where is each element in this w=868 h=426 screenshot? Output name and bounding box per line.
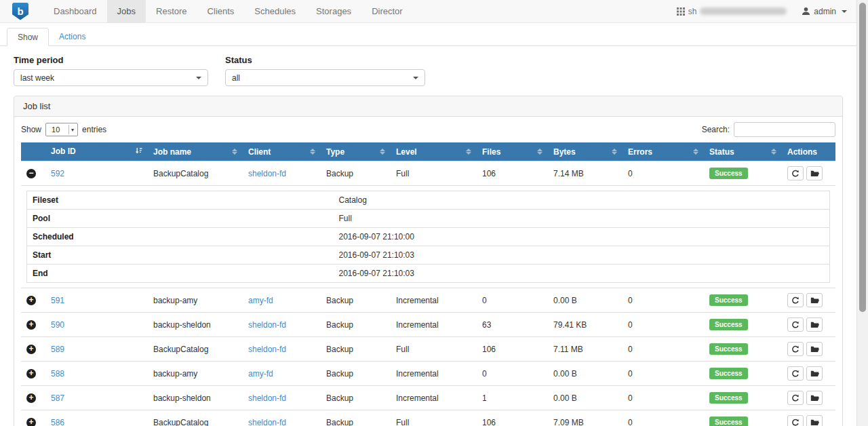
job-name-cell: backup-sheldon [148, 313, 243, 337]
user-menu[interactable]: admin [802, 7, 847, 16]
files-cell: 0 [477, 288, 548, 313]
client-link[interactable]: sheldon-fd [248, 345, 286, 354]
job-name-cell: backup-sheldon [148, 386, 243, 410]
column-status[interactable]: Status [704, 142, 782, 161]
expand-row-icon[interactable] [26, 393, 36, 403]
main-menu: Dashboard Jobs Restore Clients Schedules… [43, 0, 413, 22]
detail-label: End [27, 265, 334, 283]
top-navbar: b Dashboard Jobs Restore Clients Schedul… [0, 0, 856, 23]
table-row: 588 backup-amy amy-fd Backup Incremental… [21, 362, 835, 386]
column-errors[interactable]: Errors [623, 142, 704, 161]
table-row: 589 BackupCatalog sheldon-fd Backup Full… [21, 337, 835, 362]
column-label: Type [326, 147, 344, 157]
nav-item-restore[interactable]: Restore [146, 0, 197, 22]
column-job-name[interactable]: Job name [148, 142, 243, 161]
detail-value: Catalog [334, 191, 830, 210]
expand-row-icon[interactable] [26, 296, 36, 305]
job-id-link[interactable]: 586 [51, 418, 64, 426]
rerun-job-button[interactable] [787, 317, 804, 332]
column-actions: Actions [782, 142, 835, 161]
time-period-select[interactable]: last week [14, 69, 208, 86]
vertical-scrollbar[interactable] [856, 0, 868, 426]
nav-item-dashboard[interactable]: Dashboard [43, 0, 107, 22]
scrollbar-thumb[interactable] [859, 3, 866, 312]
folder-icon [810, 321, 819, 328]
status-select[interactable]: all [225, 69, 425, 86]
client-link[interactable]: amy-fd [248, 369, 273, 379]
expand-row-icon[interactable] [26, 320, 36, 330]
job-log-button[interactable] [806, 166, 823, 180]
client-link[interactable]: sheldon-fd [248, 169, 286, 178]
chevron-down-icon [842, 10, 847, 13]
filters-bar: Time period last week Status all [14, 55, 843, 86]
detail-value: Full [334, 210, 830, 228]
job-id-link[interactable]: 589 [51, 345, 64, 354]
detail-label: Fileset [27, 191, 334, 210]
client-link[interactable]: sheldon-fd [248, 320, 286, 330]
nav-item-director[interactable]: Director [361, 0, 413, 22]
nav-item-storages[interactable]: Storages [306, 0, 361, 22]
tab-actions[interactable]: Actions [49, 28, 96, 46]
detail-label: Start [27, 246, 334, 265]
folder-icon [810, 345, 819, 353]
rerun-icon [791, 394, 800, 402]
sort-icon [693, 149, 698, 155]
expand-row-icon[interactable] [26, 345, 36, 354]
column-type[interactable]: Type [321, 142, 391, 161]
type-cell: Backup [321, 410, 391, 426]
job-name-cell: backup-amy [148, 362, 243, 386]
job-log-button[interactable] [806, 293, 823, 307]
job-log-button[interactable] [806, 415, 823, 426]
chevron-down-icon [196, 77, 201, 79]
status-badge: Success [709, 294, 748, 306]
client-link[interactable]: sheldon-fd [248, 418, 286, 426]
job-table: Job ID Job name [21, 142, 835, 426]
entries-per-page-select[interactable]: 10 ▾ [45, 123, 78, 136]
rerun-job-button[interactable] [787, 366, 804, 381]
job-log-button[interactable] [806, 342, 823, 356]
brand-logo[interactable]: b [12, 0, 28, 22]
job-log-button[interactable] [806, 317, 823, 332]
job-id-link[interactable]: 587 [51, 393, 64, 403]
job-log-button[interactable] [806, 366, 823, 381]
column-client[interactable]: Client [243, 142, 321, 161]
column-level[interactable]: Level [391, 142, 477, 161]
rerun-job-button[interactable] [787, 391, 804, 405]
table-row: 591 backup-amy amy-fd Backup Incremental… [21, 288, 835, 313]
job-id-link[interactable]: 591 [51, 296, 64, 305]
detail-row: Scheduled 2016-09-07 21:10:00 [27, 228, 830, 246]
detail-row: Start 2016-09-07 21:10:03 [27, 246, 830, 265]
user-icon [802, 7, 810, 16]
rerun-job-button[interactable] [787, 415, 804, 426]
chevron-down-icon [413, 77, 418, 79]
column-label: Job ID [51, 147, 76, 156]
job-name-cell: BackupCatalog [148, 337, 243, 362]
expand-row-icon[interactable] [26, 418, 36, 426]
level-cell: Full [391, 161, 477, 186]
nav-item-schedules[interactable]: Schedules [244, 0, 306, 22]
client-link[interactable]: amy-fd [248, 296, 273, 305]
client-link[interactable]: sheldon-fd [248, 393, 286, 403]
rerun-job-button[interactable] [787, 293, 804, 307]
column-job-id[interactable]: Job ID [45, 142, 148, 161]
collapse-row-icon[interactable] [26, 169, 36, 178]
job-id-link[interactable]: 592 [51, 169, 64, 178]
type-cell: Backup [321, 288, 391, 313]
search-input[interactable] [734, 122, 835, 137]
director-host-indicator[interactable]: sh [677, 7, 787, 16]
nav-item-clients[interactable]: Clients [197, 0, 245, 22]
column-bytes[interactable]: Bytes [548, 142, 623, 161]
level-cell: Incremental [391, 288, 477, 313]
nav-item-jobs[interactable]: Jobs [107, 0, 146, 22]
rerun-job-button[interactable] [787, 166, 804, 180]
table-row-expanded: 592 BackupCatalog sheldon-fd Backup Full… [21, 161, 835, 186]
rerun-job-button[interactable] [787, 342, 804, 356]
tab-show[interactable]: Show [7, 28, 49, 46]
job-log-button[interactable] [806, 391, 823, 405]
job-id-link[interactable]: 590 [51, 320, 64, 330]
expand-row-icon[interactable] [26, 369, 36, 379]
job-id-link[interactable]: 588 [51, 369, 64, 379]
bytes-cell: 7.09 MB [548, 410, 623, 426]
column-files[interactable]: Files [477, 142, 548, 161]
column-label: Level [396, 147, 417, 157]
